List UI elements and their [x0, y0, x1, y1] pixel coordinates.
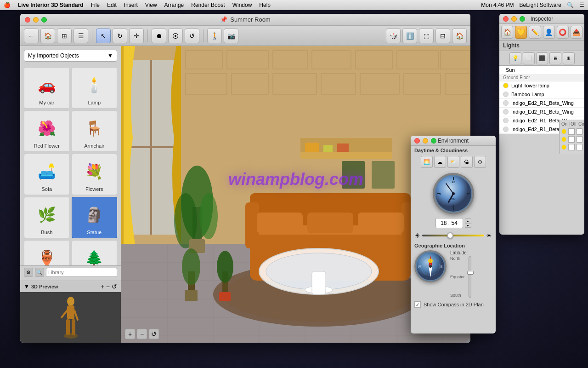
light-item-3[interactable]: Indigo_Ed2_R1_Beta_Wing: [499, 108, 584, 116]
list-view-button[interactable]: ⊞: [57, 29, 72, 43]
light-add-btn[interactable]: ⊕: [563, 52, 575, 64]
env-btn-sunny[interactable]: 🌤: [461, 156, 473, 168]
objects-dropdown[interactable]: My Imported Objects ▼: [24, 50, 117, 62]
reset-button[interactable]: ↺: [185, 29, 199, 43]
light-type-1[interactable]: 💡: [509, 52, 521, 64]
insp-home-btn[interactable]: 🏠: [501, 26, 513, 39]
time-input-row: ▲ ▼: [411, 216, 496, 230]
on-check-1[interactable]: [568, 128, 574, 135]
search-magnify-icon[interactable]: 🔍: [35, 268, 44, 277]
env-close-button[interactable]: [414, 138, 420, 144]
zoom-in-button[interactable]: +: [125, 329, 135, 339]
env-btn-cloudy[interactable]: ☁: [434, 156, 446, 168]
screenshot-button[interactable]: 📷: [224, 29, 238, 43]
cursor-tool[interactable]: ↖: [96, 29, 111, 43]
settings-icon-btn[interactable]: ⚙: [24, 268, 33, 277]
menu-window[interactable]: Window: [232, 2, 252, 8]
person-tool[interactable]: 🚶: [207, 29, 222, 43]
inspector-maximize-button[interactable]: [520, 16, 525, 22]
preview-header[interactable]: ▼ 3D Preview + − ↺: [20, 281, 121, 292]
object-item-lamp[interactable]: 🕯️ Lamp: [72, 67, 118, 109]
object-item-vase[interactable]: 🏺 Vase: [24, 240, 70, 265]
env-minimize-button[interactable]: [423, 138, 428, 144]
move-tool[interactable]: ✛: [129, 29, 144, 43]
object-item-armchair[interactable]: 🪑 Armchair: [72, 110, 118, 152]
insp-circle-btn[interactable]: ⭕: [557, 26, 569, 39]
env-btn-settings[interactable]: ⚙: [474, 156, 486, 168]
inspector-minimize-button[interactable]: [511, 16, 517, 22]
time-down-button[interactable]: ▼: [465, 223, 471, 228]
grid-view-button[interactable]: ☰: [74, 29, 88, 43]
on-check-2[interactable]: [568, 136, 574, 143]
nav-icon[interactable]: 🏠: [40, 29, 55, 43]
resize-handle[interactable]: [465, 337, 470, 343]
insp-person-btn[interactable]: 👤: [543, 26, 555, 39]
menu-arrange[interactable]: Arrange: [164, 2, 184, 8]
svg-text:6: 6: [452, 204, 454, 207]
toolbar-separator-2: [147, 29, 148, 42]
zoom-reset-button[interactable]: ↺: [149, 329, 159, 339]
latitude-thumb[interactable]: [467, 271, 474, 275]
insp-light-btn[interactable]: 💛: [515, 26, 527, 39]
info-button[interactable]: ℹ️: [402, 29, 417, 43]
menu-file[interactable]: File: [91, 2, 100, 8]
zoom-out-icon[interactable]: −: [106, 283, 110, 290]
light-item-2[interactable]: Indigo_Ed2_R1_Beta_Wing: [499, 99, 584, 108]
back-button[interactable]: ←: [24, 29, 39, 43]
time-input[interactable]: [435, 218, 463, 228]
floor-plan-button[interactable]: ⬚: [419, 29, 434, 43]
color-swatch-1[interactable]: [577, 128, 582, 135]
3d-object-button[interactable]: 🎲: [386, 29, 401, 43]
camera-button[interactable]: ⦿: [168, 29, 183, 43]
brightness-slider[interactable]: [422, 235, 484, 236]
object-item-sofa[interactable]: 🛋️ Sofa: [24, 154, 70, 195]
time-up-button[interactable]: ▲: [465, 218, 471, 223]
search-input[interactable]: [46, 268, 117, 277]
latitude-slider[interactable]: [469, 256, 471, 298]
zoom-in-icon[interactable]: +: [101, 283, 104, 290]
env-btn-partly[interactable]: ⛅: [447, 156, 459, 168]
home-button[interactable]: 🏠: [452, 29, 467, 43]
layout-button[interactable]: ⊟: [435, 29, 450, 43]
on-check-3[interactable]: [568, 144, 574, 150]
object-item-bush[interactable]: 🌿 Bush: [24, 197, 70, 238]
my-car-icon: 🚗: [33, 71, 61, 99]
time-stepper: ▲ ▼: [465, 218, 471, 228]
light-item-1[interactable]: Bamboo Lamp: [499, 90, 584, 99]
record-button[interactable]: ⏺: [152, 29, 166, 43]
menu-render-boost[interactable]: Render Boost: [191, 2, 225, 8]
menu-help[interactable]: Help: [259, 2, 271, 8]
light-type-2[interactable]: ⬜: [523, 52, 535, 64]
menu-view[interactable]: View: [145, 2, 157, 8]
brightness-thumb[interactable]: [447, 232, 453, 239]
object-item-my-car[interactable]: 🚗 My car: [24, 67, 70, 109]
menubar-list-icon[interactable]: ☰: [579, 2, 584, 8]
color-swatch-2[interactable]: [577, 136, 582, 143]
search-icon[interactable]: 🔍: [567, 2, 574, 8]
rotate-tool[interactable]: ↻: [113, 29, 127, 43]
close-button[interactable]: [25, 17, 30, 23]
object-item-red-flower[interactable]: 🌺 Red Flower: [24, 110, 70, 152]
show-compass-checkbox[interactable]: ✓: [414, 301, 421, 308]
apple-menu[interactable]: 🍎: [4, 2, 11, 8]
zoom-out-button[interactable]: −: [137, 329, 147, 339]
app-name[interactable]: Live Interior 3D Standard: [18, 2, 84, 8]
object-item-flowers[interactable]: 💐 Flowers: [72, 154, 118, 195]
inspector-close-button[interactable]: [503, 16, 509, 22]
color-swatch-3[interactable]: [577, 144, 582, 150]
sun-item[interactable]: Sun: [499, 66, 584, 74]
light-type-3[interactable]: ⬛: [536, 52, 548, 64]
object-item-statue[interactable]: 🗿 Statue: [72, 197, 118, 238]
env-maximize-button[interactable]: [431, 138, 436, 144]
insp-edit-btn[interactable]: ✏️: [529, 26, 541, 39]
maximize-button[interactable]: [41, 17, 47, 23]
light-item-0[interactable]: Light Tower lamp: [499, 81, 584, 90]
menu-insert[interactable]: Insert: [124, 2, 138, 8]
env-btn-dawn[interactable]: 🌅: [421, 156, 433, 168]
insp-export-btn[interactable]: 📤: [571, 26, 582, 39]
refresh-icon[interactable]: ↺: [112, 283, 117, 290]
object-item-great-tree[interactable]: 🌲 Great Tree: [72, 240, 118, 265]
light-type-4[interactable]: 🖥: [549, 52, 561, 64]
minimize-button[interactable]: [33, 17, 39, 23]
menu-edit[interactable]: Edit: [107, 2, 117, 8]
